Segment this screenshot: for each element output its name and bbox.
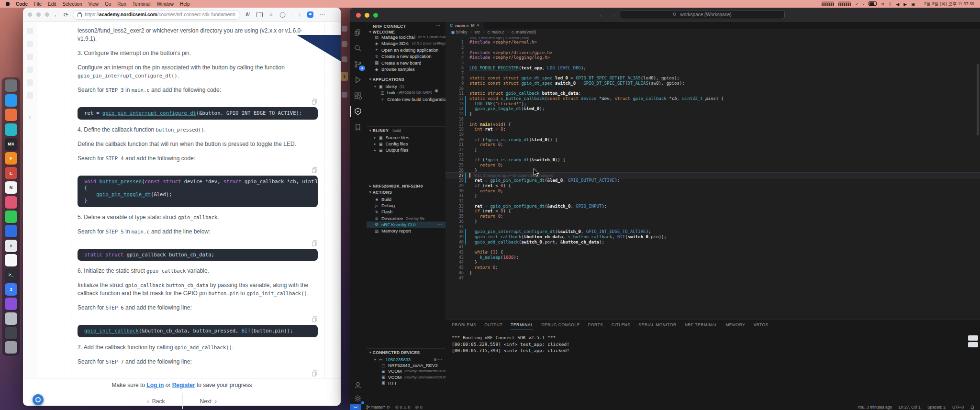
panel-tab-problems[interactable]: PROBLEMS [452,320,476,330]
code-line-41[interactable]: 41 [445,244,980,250]
code-line-6[interactable]: 6LOG_MODULE_REGISTER(test_app, LOG_LEVEL… [445,66,980,71]
dock-icon-8[interactable]: N [5,181,17,194]
command-center-search[interactable]: workspace (Workspace) [620,10,785,19]
code-line-24[interactable]: 24 if (!gpio_is_ready_dt(&switch_0)) { [445,157,980,163]
window-minimize-button[interactable] [365,13,369,18]
code-line-46[interactable]: 46} [445,270,980,276]
panel-tab-serial-monitor[interactable]: SERIAL MONITOR [638,320,676,330]
strip-icon-1[interactable] [27,28,33,34]
side-rail-icon-2[interactable] [342,41,347,47]
problems-item[interactable]: ⊘0 △0 [395,405,410,410]
code-line-12[interactable]: 12static void s_button_callback(const st… [445,96,980,101]
code-line-33[interactable]: 33 ret = gpio_pin_configure_dt(&switch_0… [445,203,980,209]
code-line-36[interactable]: 36 } [445,219,980,224]
code-line-31[interactable]: 31 } [445,193,980,199]
next-button[interactable]: Next › [200,398,217,405]
code-line-30[interactable]: 30 return 0; [445,188,980,193]
code-line-13[interactable]: 13 LOG_INF("clicked!"); [445,101,980,106]
volume-icon[interactable]: ◀ [896,2,899,7]
side-rail-icon-3[interactable] [342,56,347,62]
sidebar-item-open-existing-application[interactable]: +Open an existing application [367,47,445,53]
panel-tab-memory[interactable]: MEMORY [725,320,745,330]
cpu-graph-widget[interactable] [822,1,834,6]
item-actions[interactable]: ▣ ⋯ [434,89,442,97]
sidebar-item-action-memory-report[interactable]: ▥Memory report [367,228,445,234]
source-control-icon[interactable]: 4 [352,58,364,70]
tab-main-c[interactable]: C main.c M × [445,22,484,29]
check-icon[interactable]: ✓ [855,2,859,7]
sidebar-item-manage-sdks[interactable]: ◈Manage SDKsv2.5.1 (user settings) [367,40,445,46]
code-line-38[interactable]: 38 gpio_pin_interrupt_configure_dt(&swit… [445,229,980,234]
code-line-27[interactable]: 27You, 3 minutes ago • Uncommitted chang… [445,173,980,178]
strip-icon-4[interactable] [27,66,33,73]
dock-icon-5[interactable]: MX [5,138,17,150]
battery-icon[interactable] [869,1,877,6]
notification-badge[interactable]: 1 [341,72,348,81]
nav-back-button[interactable]: ← [599,12,604,18]
code-line-8[interactable]: 8static const struct gpio_dt_spec led_0 … [445,76,980,81]
code-line-47[interactable]: 47 [445,275,980,280]
code-line-25[interactable]: 25 return 0; [445,163,980,168]
window-zoom-button[interactable] [373,13,378,18]
sidebar-item-device-chip[interactable]: ▢NRF52840_xxAA_REV3 [367,362,445,368]
code-line-35[interactable]: 35 return 0; [445,214,980,219]
window-zoom-button[interactable] [45,12,49,17]
extensions-icon[interactable] [352,90,364,101]
copy-icon[interactable] [312,167,318,173]
ports-item[interactable]: ◎0 [415,405,423,410]
code-line-10[interactable]: 10 [445,86,980,91]
more-menu-icon[interactable]: ⋯ [320,12,325,17]
dock-icon-11[interactable] [5,225,17,237]
git-branch-item[interactable]: master* ⟳ [366,405,390,410]
extensions-icon[interactable]: ◯ [279,12,285,17]
menu-item-selection[interactable]: Selection [62,1,82,7]
nav-forward-button[interactable]: → [611,12,616,18]
menu-item-run[interactable]: Run [117,1,126,7]
play-circle-icon[interactable]: ▶ [903,2,907,7]
code-line-4[interactable]: 4#include <zephyr/logging/log.h> [445,55,980,60]
chevron-left-icon[interactable]: ‹ [863,2,864,7]
dock-icon-2[interactable] [5,94,17,107]
code-line-44[interactable]: 44 } [445,260,980,265]
sidebar-item-create-new-application[interactable]: ↯Create a new application [367,53,445,59]
sidebar-item-action-build[interactable]: ■Build [367,196,445,202]
menu-item-edit[interactable]: Edit [48,1,56,7]
code-line-19[interactable]: 19 [445,132,980,137]
code-line-43[interactable]: 43 k_msleep(1000); [445,255,980,260]
window-close-button[interactable] [356,13,361,18]
code-snippet[interactable]: static struct gpio_callback button_cb_da… [78,249,318,261]
side-rail-icon-4[interactable] [342,92,347,98]
app-blinky[interactable]: ▾▣blinky(1) [367,83,445,89]
code-line-18[interactable]: 18 int ret = 0; [445,127,980,132]
browser-reload-button[interactable]: ⟳ [64,12,68,18]
sidebar-item-browse-samples[interactable]: ◆Browse samples [367,66,445,72]
window-minimize-button[interactable] [36,12,41,17]
dock-icon-9[interactable] [5,196,17,209]
window-close-button[interactable] [28,12,32,17]
blame-status[interactable]: You, 3 minutes ago [858,405,892,410]
sidebar-item-action-nrf-kconfig-gui[interactable]: ⚙nRF Kconfig GUI⋯ [367,222,445,228]
read-aloud-icon[interactable]: A≀ [245,11,250,17]
strip-icon-5[interactable] [27,79,33,86]
account-icon[interactable] [352,379,364,391]
panel-tab-xrtos[interactable]: XRTOS [753,320,768,330]
menu-item-help[interactable]: Help [180,1,190,7]
bell-icon[interactable] [970,405,974,410]
net-graph-widget[interactable] [838,1,851,6]
panel-tab-ports[interactable]: PORTS [588,320,603,330]
section-blinky[interactable]: ▾BLINKYbuild [369,128,401,133]
breadcrumb-item[interactable]: src [475,30,480,34]
notification-chip-1[interactable] [968,335,978,341]
terminal-output[interactable]: *** Booting nRF Connect SDK v2.5.1 ***[0… [452,334,961,354]
login-link[interactable]: Log in [146,382,164,388]
new-tab-plus-icon[interactable]: + [28,114,32,121]
code-line-2[interactable]: 2 [445,45,980,50]
code-line-39[interactable]: 39 gpio_init_callback(&button_cb_data, s… [445,234,980,240]
downloads-icon[interactable]: ↓ [299,12,301,17]
back-button[interactable]: ‹ Back [147,398,165,405]
item-actions[interactable]: ⋯ [438,222,442,227]
code-snippet[interactable]: void button_pressed(const struct device … [78,176,318,207]
menu-clock[interactable]: 2월 3일 (목) 오후 11:37:39 [924,1,974,7]
remote-indicator[interactable]: >< [350,404,361,410]
settings-gear-icon[interactable] [352,393,364,404]
